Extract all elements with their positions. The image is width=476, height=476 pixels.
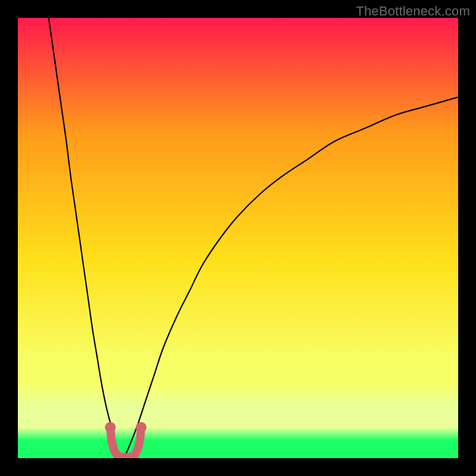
trough-end-dot	[105, 422, 115, 433]
plot-area	[18, 18, 458, 458]
chart-frame: TheBottleneck.com	[0, 0, 476, 476]
watermark-text: TheBottleneck.com	[356, 4, 470, 19]
chart-svg	[18, 18, 458, 458]
gradient-background	[18, 18, 458, 458]
trough-end-dot	[136, 422, 146, 433]
